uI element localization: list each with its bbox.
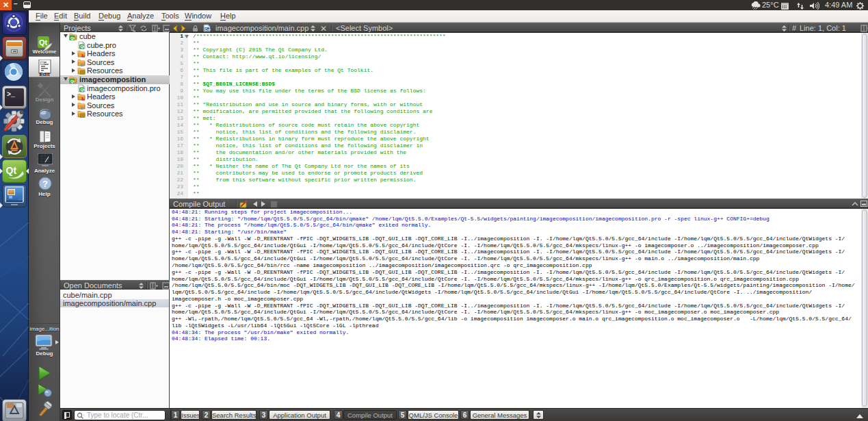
svg-text:Qt: Qt — [80, 44, 84, 49]
svg-text:h: h — [81, 96, 85, 101]
svg-text:Qt: Qt — [70, 79, 75, 84]
svg-text:+: + — [83, 62, 85, 66]
svg-text:h: h — [81, 53, 85, 58]
svg-text:+: + — [83, 105, 85, 110]
svg-text:Qt: Qt — [39, 38, 48, 47]
svg-text:?: ? — [42, 179, 48, 189]
svg-text:Qt: Qt — [80, 88, 84, 92]
svg-text:C++: C++ — [205, 28, 211, 31]
svg-text:Qt: Qt — [6, 165, 17, 176]
svg-text:Qt: Qt — [70, 36, 75, 40]
